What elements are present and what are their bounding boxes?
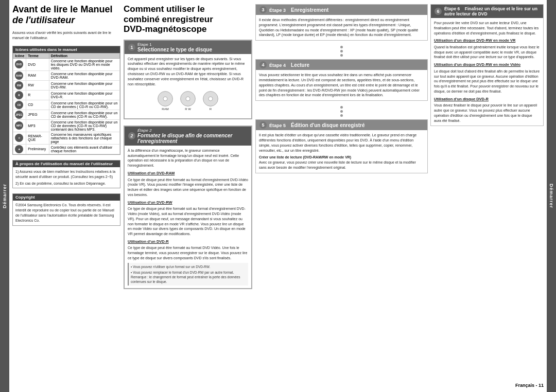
step6-sub1-title: Utilisation d'un disque DVD-RW en mode V… [434,38,540,44]
col1-title: Avant de lire le Manuel de l'utilisateur [12,4,120,27]
icons-section: Icônes utilisées dans le manuel Icône Te… [12,46,120,155]
dvd-icon-r: R [202,91,219,111]
step3-label: Étape 3 [269,8,286,13]
notes-section: À propos de l'utilisation du manuel de l… [12,160,120,188]
dvd-label-r: R [210,107,212,111]
dvd-label-ram: RAM [162,107,168,111]
step1-badge: 1 [128,44,135,51]
step3-header: 3 Étape 3 Enregistrement [256,5,427,15]
step3-badge: 3 [259,6,267,13]
step1-header: 1 Étape 1 Sélectionnez le type de disque [125,41,251,54]
copyright-body: ©2004 Samsung Electronics Co. Tous droit… [13,201,120,225]
step6-body: Pour pouvoir lire votre DVD sur un autre… [431,18,543,126]
icon-cell: CD [13,100,26,110]
step6-label: Étape 6 [444,6,460,11]
step6-badge: 6 [435,8,442,15]
definition-cell: Concerne les manœuvres spécifiques ratta… [49,132,119,144]
notes-section-title: À propos de l'utilisation du manuel de l… [13,161,120,167]
notes-section-body: 1) Assurez-vous de bien maîtriser les In… [13,167,120,188]
dots-1 [255,43,428,59]
definition-cell: Contrôlez ces éléments avant d'utiliser … [49,144,119,154]
step2-title: Formatez le disque afin de commencer l'e… [137,133,248,144]
step4-header: 4 Étape 4 Lecture [256,60,427,70]
page-wrapper: Démarrer Avant de lire le Manuel de l'ut… [0,0,556,392]
col3-right: 6 Étape 6 Finalisez un disque et le lire… [430,4,544,388]
icon-cell: ★ [13,144,26,154]
column-1: Avant de lire le Manuel de l'utilisateur… [12,4,120,388]
term-cell: RW [26,80,49,90]
table-row: JPEGJPEGConcerne une fonction disponible… [13,110,120,119]
left-side-tab: Démarrer [0,0,9,392]
col-header-definition: Définition [49,53,119,58]
step3-title: Enregistrement [291,7,328,13]
column-3-area: 3 Étape 3 Enregistrement Il existe deux … [255,4,544,388]
col3-left: 3 Étape 3 Enregistrement Il existe deux … [255,4,428,388]
step3-box: 3 Étape 3 Enregistrement Il existe deux … [255,4,428,41]
dot [340,54,343,57]
step5-header: 5 Étape 5 Édition d'un disque enregistré [256,120,427,130]
col1-intro: Assurez-vous d'avoir vérifié les points … [12,30,120,41]
table-row: ☆REMAR-QUEConcerne les manœuvres spécifi… [13,132,120,144]
table-row: DVDDVDConcerne une fonction disponible p… [13,58,120,70]
term-cell: MP3 [26,119,49,132]
step4-body: Vous pouvez sélectionner le titre que vo… [256,70,427,100]
step1-box: 1 Étape 1 Sélectionnez le type de disque… [124,40,252,119]
step6-header: 6 Étape 6 Finalisez un disque et le lire… [431,5,543,18]
table-row: RAMRAMConcerne une fonction disponible p… [13,70,120,80]
table-row: MP3MP3Concerne une fonction disponible p… [13,119,120,132]
table-row: CDCDConcerne une fonction disponible pou… [13,100,120,110]
dvd-icon-ram: RAM [157,91,173,111]
col2-title: Comment utiliser le combiné enregistreur… [124,4,252,34]
definition-cell: Concerne une fonction disponible pour un… [49,100,119,110]
step4-title: Lecture [291,62,309,68]
right-tab-label: Démarrer [549,184,554,208]
step2-sub2-title: Utilisation d'un DVD-RW [128,200,248,206]
main-content: Avant de lire le Manuel de l'utilisateur… [9,0,547,392]
note-item-1: 1) Assurez-vous de bien maîtriser les In… [15,169,117,180]
table-row: ★PreliminaryContrôlez ces éléments avant… [13,144,120,154]
term-cell: REMAR-QUE [26,132,49,144]
step6-box: 6 Étape 6 Finalisez un disque et le lire… [430,4,544,126]
definition-cell: Concerne une fonction disponible pour DV… [49,90,119,100]
col-header-terme: Terme [26,53,49,58]
note-item-2: 2) En cas de problème, consultez la sect… [15,181,117,186]
term-cell: R [26,90,49,100]
dvd-icon-rw: R W [180,91,196,111]
step3-body: Il existe deux méthodes d'enregistrement… [256,15,427,40]
dot [340,46,343,48]
copyright-title: Copyright [13,194,120,201]
dot [340,114,343,117]
step5-body: Il est plus facile d'éditer un disque qu… [256,130,427,173]
step2-label: Étape 2 [137,128,248,133]
step1-body: Cet appareil peut enregistrer sur les ty… [125,54,251,118]
dot [340,110,343,113]
icons-section-title: Icônes utilisées dans le manuel [13,46,120,53]
definition-cell: Concerne une fonction disponible pour un… [49,110,119,119]
step2-sub3-title: Utilisation d'un DVD-R [128,239,248,245]
step2-header: 2 Étape 2 Formatez le disque afin de com… [125,127,251,146]
svg-point-5 [208,97,213,101]
step4-badge: 4 [259,61,267,68]
icon-cell: JPEG [13,110,26,119]
step5-box: 5 Étape 5 Édition d'un disque enregistré… [255,119,428,173]
column-2: Comment utiliser le combiné enregistreur… [124,4,252,388]
svg-point-1 [163,97,167,101]
step4-label: Étape 4 [269,63,286,68]
step6-sub3-title: Utilisation d'un disque DVD-R [434,97,540,102]
step2-badge: 2 [128,132,135,139]
term-cell: RAM [26,70,49,80]
icon-cell: RW [13,80,26,90]
step2-body: À la différence d'un magnétoscope, le gr… [125,146,251,288]
dot [340,50,343,52]
step5-badge: 5 [259,121,267,129]
svg-point-3 [186,97,190,101]
step1-label: Étape 1 [137,42,212,47]
step2-note: ▪ Vous pouvez n'utiliser qu'un format su… [128,263,248,286]
table-row: RWRWConcerne une fonction disponible pou… [13,80,120,90]
term-cell: CD [26,100,49,110]
definition-cell: Concerne une fonction disponible pour DV… [49,80,119,90]
col-header-icone: Icône [13,53,26,58]
page-num-right: Français - 11 [430,383,544,388]
right-side-tab: Démarrer [547,0,556,392]
definition-cell: Concerne une fonction disponible pour un… [49,119,119,132]
